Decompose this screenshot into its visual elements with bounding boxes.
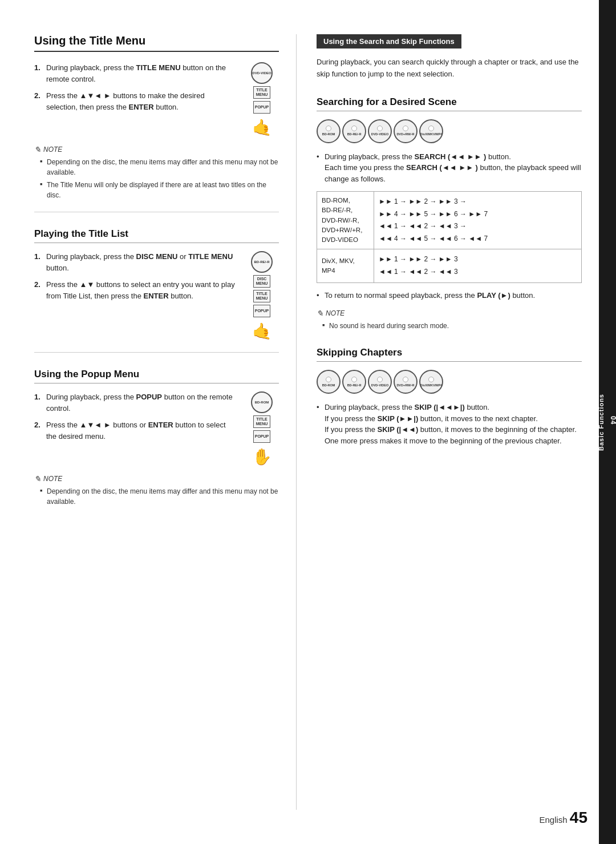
step-1: 1. During playback, press the DISC MENU … xyxy=(34,251,237,273)
table-cell-value-1: ►► 1 → ►► 2 → ►► 3 → ►► 4 → ►► 5 → ►► 6 … xyxy=(374,192,582,249)
skip-disc-bd-re-r: BD-RE/-R xyxy=(342,370,366,394)
hand-icon-3: ✋ xyxy=(252,447,272,466)
right-column: Using the Search and Skip Functions Duri… xyxy=(297,34,582,810)
title-menu-heading: Using the Title Menu xyxy=(34,34,279,52)
title-menu-content: 1. During playback, press the TITLE MENU… xyxy=(34,62,279,137)
title-menu-icons: DVD-VIDEO TITLE MENU POPUP 🤙 xyxy=(245,62,279,137)
step-1: 1. During playback, press the POPUP butt… xyxy=(34,391,237,414)
popup-menu-steps: 1. During playback, press the POPUP butt… xyxy=(34,391,237,442)
step-2: 2. Press the ▲▼◄ ► buttons to make the d… xyxy=(34,90,237,112)
search-note-label: NOTE xyxy=(317,309,582,318)
chapter-number: 04 xyxy=(609,416,616,425)
popup-menu-note: NOTE Depending on the disc, the menu ite… xyxy=(34,474,279,507)
search-speed-table: BD-ROM,BD-RE/-R,DVD-RW/-R,DVD+RW/+R,DVD-… xyxy=(317,191,582,283)
table-cell-value-2: ►► 1 → ►► 2 → ►► 3 ◄◄ 1 → ◄◄ 2 → ◄◄ 3 xyxy=(374,249,582,282)
section-popup-menu: Using the Popup Menu 1. During playback,… xyxy=(34,369,279,507)
skip-disc-divx: DivX/MKV/MP4 xyxy=(419,370,443,394)
title-list-content: 1. During playback, press the DISC MENU … xyxy=(34,251,279,341)
search-bullets: During playback, press the SEARCH (◄◄ ►►… xyxy=(317,151,582,185)
hand-icon: 🤙 xyxy=(252,118,272,137)
title-menu-btn: TITLE MENU xyxy=(253,86,270,99)
search-return: To return to normal speed playback, pres… xyxy=(317,290,582,301)
dvd-video-icon: DVD-VIDEO xyxy=(251,62,273,84)
searching-heading: Searching for a Desired Scene xyxy=(317,96,582,111)
title-list-heading: Playing the Title List xyxy=(34,228,279,243)
disc-menu-btn: DISC MENU xyxy=(253,275,270,288)
side-tab-content: 04 Basic Functions xyxy=(598,394,616,451)
right-header-box: Using the Search and Skip Functions xyxy=(317,34,461,49)
search-note-list: No sound is heard during search mode. xyxy=(317,321,582,331)
disc-bd-re-r: BD-RE/-R xyxy=(342,119,366,143)
search-note: NOTE No sound is heard during search mod… xyxy=(317,309,582,331)
bd-re-r-icon: BD-RE/-R xyxy=(251,251,273,273)
main-content: Using the Title Menu 1. During playback,… xyxy=(0,0,599,844)
table-row-2: DivX, MKV, MP4 ►► 1 → ►► 2 → ►► 3 ◄◄ 1 →… xyxy=(317,249,582,282)
popup-menu-content: 1. During playback, press the POPUP butt… xyxy=(34,391,279,466)
left-column: Using the Title Menu 1. During playback,… xyxy=(34,34,297,810)
step-2: 2. Press the ▲▼ buttons to select an ent… xyxy=(34,279,237,301)
section-skipping: Skipping Chapters BD-ROM BD-RE/-R DVD-VI… xyxy=(317,347,582,446)
page-number: 45 xyxy=(570,809,587,826)
title-menu-steps: 1. During playback, press the TITLE MENU… xyxy=(34,62,237,112)
title-menu-btn3: TITLE MENU xyxy=(253,415,270,428)
section-title-list: Playing the Title List 1. During playbac… xyxy=(34,228,279,341)
page-footer: English 45 xyxy=(539,809,587,827)
disc-dvdrw: DVD+RW/-R xyxy=(394,119,418,143)
popup-menu-heading: Using the Popup Menu xyxy=(34,369,279,383)
search-disc-icons: BD-ROM BD-RE/-R DVD-VIDEO DVD+RW/-R xyxy=(317,119,582,143)
title-list-steps: 1. During playback, press the DISC MENU … xyxy=(34,251,237,301)
side-tab: 04 Basic Functions xyxy=(599,0,616,844)
section-title-menu: Using the Title Menu 1. During playback,… xyxy=(34,34,279,200)
table-cell-label-1: BD-ROM,BD-RE/-R,DVD-RW/-R,DVD+RW/+R,DVD-… xyxy=(317,192,374,249)
section-searching: Searching for a Desired Scene BD-ROM BD-… xyxy=(317,96,582,332)
skipping-heading: Skipping Chapters xyxy=(317,347,582,362)
note-label-2: NOTE xyxy=(34,474,279,483)
disc-divx: DivX/MKV/MP4 xyxy=(419,119,443,143)
note-item-1: Depending on the disc, the menu items ma… xyxy=(40,157,279,177)
popup-btn3: POPUP xyxy=(253,430,270,443)
note-item-3: Depending on the disc, the menu items ma… xyxy=(40,486,279,507)
title-menu-btn2: TITLE MENU xyxy=(253,290,270,302)
page-container: Using the Title Menu 1. During playback,… xyxy=(0,0,616,844)
skip-disc-bd-rom: BD-ROM xyxy=(317,370,341,394)
table-row-1: BD-ROM,BD-RE/-R,DVD-RW/-R,DVD+RW/+R,DVD-… xyxy=(317,192,582,249)
note-list-2: Depending on the disc, the menu items ma… xyxy=(34,486,279,507)
bd-rom-icon: BD-ROM xyxy=(251,391,273,413)
chapter-title: Basic Functions xyxy=(598,394,605,451)
search-note-item: No sound is heard during search mode. xyxy=(322,321,582,331)
skip-bullets: During playback, press the SKIP (|◄◄►|) … xyxy=(317,402,582,446)
popup-menu-icons: BD-ROM TITLE MENU POPUP ✋ xyxy=(245,391,279,466)
step-2: 2. Press the ▲▼◄ ► buttons or ENTER butt… xyxy=(34,419,237,442)
title-menu-text: 1. During playback, press the TITLE MENU… xyxy=(34,62,237,120)
skip-bullet-1: During playback, press the SKIP (|◄◄►|) … xyxy=(317,402,582,446)
disc-dvd-video: DVD-VIDEO xyxy=(368,119,392,143)
right-intro: During playback, you can search quickly … xyxy=(317,56,582,80)
note-label: NOTE xyxy=(34,145,279,154)
skip-disc-icons: BD-ROM BD-RE/-R DVD-VIDEO DVD+RW/-R xyxy=(317,370,582,394)
note-item-2: The Title Menu will only be displayed if… xyxy=(40,180,279,200)
popup-menu-text: 1. During playback, press the POPUP butt… xyxy=(34,391,237,450)
title-list-icons: BD-RE/-R DISC MENU TITLE MENU POPUP 🤙 xyxy=(245,251,279,341)
disc-bd-rom: BD-ROM xyxy=(317,119,341,143)
search-bullet-1: During playback, press the SEARCH (◄◄ ►►… xyxy=(317,151,582,185)
title-menu-note: NOTE Depending on the disc, the menu ite… xyxy=(34,145,279,200)
popup-btn: POPUP xyxy=(253,101,270,114)
search-return-bullet: To return to normal speed playback, pres… xyxy=(317,290,582,301)
step-1: 1. During playback, press the TITLE MENU… xyxy=(34,62,237,84)
hand-icon-2: 🤙 xyxy=(252,322,272,341)
table-cell-label-2: DivX, MKV, MP4 xyxy=(317,249,374,282)
popup-btn2: POPUP xyxy=(253,305,270,317)
language-label: English xyxy=(539,815,567,825)
title-list-text: 1. During playback, press the DISC MENU … xyxy=(34,251,237,309)
skip-disc-dvd-video: DVD-VIDEO xyxy=(368,370,392,394)
note-list: Depending on the disc, the menu items ma… xyxy=(34,157,279,200)
skip-disc-dvdrw: DVD+RW/-R xyxy=(394,370,418,394)
